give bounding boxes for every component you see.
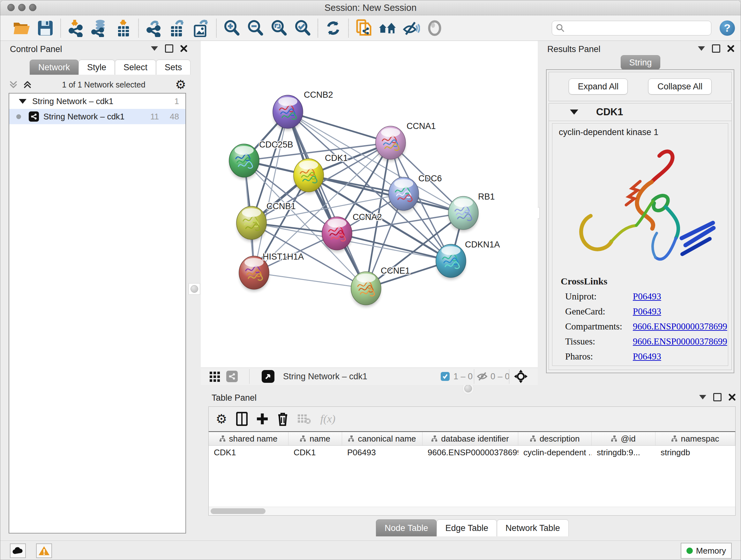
import-network-database-icon[interactable] [91, 19, 109, 37]
expand-all-button[interactable]: Expand All [569, 78, 628, 95]
edge-CCNB2-CCNA1[interactable] [288, 112, 391, 143]
node-CDKN1A[interactable]: CDKN1A [436, 240, 500, 279]
node-RB1[interactable]: RB1 [448, 192, 495, 232]
tab-network-table[interactable]: Network Table [497, 519, 569, 537]
control-panel-collapse-icon[interactable] [151, 46, 158, 51]
warning-icon [38, 546, 50, 556]
zoom-fit-icon[interactable] [270, 19, 288, 37]
node-CCNA1[interactable]: CCNA1 [376, 121, 436, 161]
column-header-2[interactable]: canonical name [342, 432, 422, 445]
crosslink-tissues-link[interactable]: 9606.ENSP00000378699 [633, 336, 727, 347]
table-panel-collapse-icon[interactable] [699, 395, 706, 399]
fit-content-crosshair-icon[interactable] [514, 370, 528, 384]
column-header-5[interactable]: @id [592, 432, 656, 445]
left-splitter-handle[interactable] [189, 283, 200, 295]
show-columns-icon[interactable] [234, 410, 249, 428]
node-label-CDC25B: CDC25B [259, 140, 293, 149]
node-CDK1[interactable]: CDK1 [293, 153, 348, 194]
zoom-out-icon[interactable] [246, 19, 264, 37]
crosslink-uniprot-link[interactable]: P06493 [633, 291, 661, 302]
column-header-1[interactable]: name [288, 432, 342, 445]
results-panel-close-icon[interactable] [727, 45, 734, 52]
tree-expander-icon[interactable] [19, 99, 26, 104]
import-table-icon[interactable] [114, 19, 132, 37]
import-network-file-icon[interactable] [67, 19, 85, 37]
cell-0[interactable]: CDK1 [209, 446, 288, 459]
home-networks-icon[interactable] [379, 19, 396, 37]
node-CCNB2[interactable]: CCNB2 [273, 90, 333, 130]
delete-table-icon [296, 410, 313, 428]
zoom-in-icon[interactable] [223, 19, 241, 37]
node-CCNE1[interactable]: CCNE1 [351, 266, 410, 307]
export-table-icon[interactable] [169, 19, 186, 37]
refresh-icon[interactable] [324, 19, 342, 37]
search-input[interactable] [552, 21, 711, 36]
cell-6[interactable]: stringdb [656, 446, 735, 459]
table-panel-close-icon[interactable] [729, 394, 736, 401]
collapse-all-icon[interactable] [9, 79, 18, 90]
cell-4[interactable]: cyclin-dependent ... [518, 446, 592, 459]
control-panel-close-icon[interactable] [180, 45, 187, 52]
table-data-row[interactable]: CDK1CDK1P064939606.ENSP00000378699cyclin… [209, 446, 735, 459]
memory-button[interactable]: Memory [681, 543, 732, 559]
export-image-icon[interactable] [192, 19, 210, 37]
network-canvas[interactable]: CCNB2CCNA1CDC25BCDK1CDC6RB1CCNB1CCNA2CDK… [201, 41, 538, 368]
tab-style[interactable]: Style [78, 60, 115, 75]
collapse-all-button[interactable]: Collapse All [648, 78, 712, 95]
selected-nodes-checkbox-icon[interactable] [441, 372, 450, 381]
crosslink-genecard-link[interactable]: P06493 [633, 306, 661, 317]
crosslink-pharos-link[interactable]: P06493 [633, 351, 661, 362]
network-status-dot [16, 114, 21, 119]
application-window: Session: New Session [0, 0, 741, 560]
help-button[interactable]: ? [720, 20, 735, 36]
edge-CCNB2-HIST1H1A[interactable] [254, 112, 288, 273]
network-collection-row[interactable]: String Network – cdk1 1 [9, 94, 185, 109]
tab-network[interactable]: Network [30, 60, 78, 75]
node-HIST1H1A[interactable]: HIST1H1A [239, 252, 304, 291]
scrollbar-thumb[interactable] [211, 508, 266, 514]
birds-eye-view-icon[interactable] [262, 370, 274, 383]
tab-select[interactable]: Select [115, 60, 156, 75]
add-column-icon[interactable] [255, 410, 270, 428]
cell-1[interactable]: CDK1 [288, 446, 342, 459]
column-header-4[interactable]: description [518, 432, 592, 445]
results-panel-float-icon[interactable] [712, 44, 720, 53]
gene-collapse-icon[interactable] [570, 110, 578, 115]
string-view-icon[interactable] [226, 371, 238, 382]
tab-node-table[interactable]: Node Table [376, 519, 436, 537]
warnings-button[interactable] [36, 543, 52, 558]
tab-edge-table[interactable]: Edge Table [436, 519, 497, 537]
results-panel-title: Results Panel [547, 44, 601, 54]
cell-2[interactable]: P06493 [342, 446, 422, 459]
table-panel-float-icon[interactable] [713, 393, 722, 401]
column-header-0[interactable]: shared name [209, 432, 288, 445]
crosslink-compartments-link[interactable]: 9606.ENSP00000378699 [633, 321, 727, 332]
cloud-button[interactable] [10, 543, 26, 558]
copy-style-documents-icon[interactable] [355, 19, 373, 37]
export-network-icon[interactable] [145, 19, 163, 37]
open-session-icon[interactable] [13, 19, 30, 37]
network-row-selected[interactable]: String Network – cdk1 11 48 [9, 109, 185, 124]
tab-sets[interactable]: Sets [156, 60, 191, 75]
save-session-icon[interactable] [37, 19, 54, 37]
cell-3[interactable]: 9606.ENSP00000378699 [422, 446, 518, 459]
network-options-gear-icon[interactable]: ⚙ [175, 78, 186, 91]
grid-view-icon[interactable] [210, 372, 220, 383]
control-panel-float-icon[interactable] [165, 44, 173, 53]
table-horizontal-scrollbar[interactable] [209, 507, 735, 515]
column-header-3[interactable]: database identifier [422, 432, 518, 445]
column-header-6[interactable]: namespac [656, 432, 735, 445]
tab-string[interactable]: String [621, 55, 661, 70]
edge-CCNB2-CCNE1[interactable] [288, 112, 366, 288]
edge-HIST1H1A-CCNE1[interactable] [254, 273, 366, 288]
node-CCNB1[interactable]: CCNB1 [237, 201, 296, 241]
hide-panel-eye-icon[interactable] [402, 19, 420, 37]
hidden-eye-icon [476, 371, 488, 383]
title-bar: Session: New Session [0, 0, 741, 15]
zoom-selected-icon[interactable] [293, 19, 312, 37]
results-panel-collapse-icon[interactable] [698, 46, 705, 51]
cell-5[interactable]: stringdb:9... [592, 446, 656, 459]
expand-all-icon[interactable] [23, 79, 32, 90]
table-settings-gear-icon[interactable]: ⚙ [216, 413, 227, 425]
delete-column-trash-icon[interactable] [275, 410, 290, 428]
